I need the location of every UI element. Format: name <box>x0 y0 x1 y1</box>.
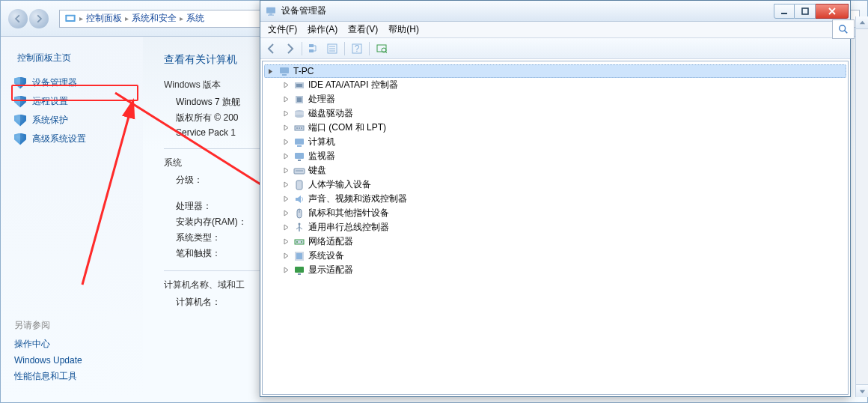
tree-node-label: 端口 (COM 和 LPT) <box>308 121 386 134</box>
expand-icon[interactable] <box>282 252 290 260</box>
expand-icon[interactable] <box>282 81 290 89</box>
expand-icon[interactable] <box>282 237 290 246</box>
svg-point-32 <box>301 127 302 129</box>
svg-rect-21 <box>282 74 287 76</box>
expand-icon[interactable] <box>282 195 290 203</box>
shield-icon <box>14 133 26 145</box>
svg-text:?: ? <box>355 43 360 54</box>
tree-node[interactable]: 通用串行总线控制器 <box>264 220 846 234</box>
device-tree[interactable]: T-PC IDE ATA/ATAPI 控制器处理器磁盘驱动器端口 (COM 和 … <box>262 61 849 395</box>
svg-line-54 <box>845 31 848 34</box>
maximize-button[interactable] <box>795 4 816 19</box>
menu-view[interactable]: 查看(V) <box>343 22 382 37</box>
search-icon <box>838 24 849 34</box>
menu-file[interactable]: 文件(F) <box>263 22 302 37</box>
svg-point-47 <box>296 241 298 243</box>
svg-rect-52 <box>298 273 301 275</box>
tree-node[interactable]: 人体学输入设备 <box>264 178 846 192</box>
expand-icon[interactable] <box>282 266 290 274</box>
toolbar: ? <box>260 38 850 59</box>
tree-node-label: 网络适配器 <box>308 235 353 248</box>
network-icon <box>293 236 305 248</box>
toolbar-forward-button[interactable] <box>281 40 298 57</box>
expand-icon[interactable] <box>282 95 290 103</box>
sidebar-item-advanced[interactable]: 高级系统设置 <box>1 130 143 148</box>
sidebar-item-protection[interactable]: 系统保护 <box>1 111 143 130</box>
tree-node[interactable]: 端口 (COM 和 LPT) <box>264 121 846 135</box>
tree-node-label: IDE ATA/ATAPI 控制器 <box>308 79 398 91</box>
mouse-icon <box>293 207 305 219</box>
list-icon <box>326 43 338 55</box>
toolbar-show-hidden-button[interactable] <box>306 40 323 57</box>
tree-node[interactable]: 显示适配器 <box>264 263 846 277</box>
sidebar-item-label: 系统保护 <box>32 114 68 127</box>
see-also-link[interactable]: 操作中心 <box>14 338 82 351</box>
tree-node[interactable]: 监视器 <box>264 149 846 163</box>
device-manager-icon <box>265 5 277 17</box>
see-also-link[interactable]: Windows Update <box>14 355 82 366</box>
breadcrumb[interactable]: 系统和安全 <box>132 12 177 25</box>
arrow-right-icon <box>284 43 296 55</box>
svg-rect-5 <box>269 13 272 14</box>
toolbar-properties-button[interactable] <box>324 40 340 57</box>
sidebar-item-label: 高级系统设置 <box>32 133 86 145</box>
tree-node[interactable]: 声音、视频和游戏控制器 <box>264 192 846 206</box>
expand-icon[interactable] <box>282 124 290 132</box>
tree-node[interactable]: 磁盘驱动器 <box>264 106 846 121</box>
collapse-icon[interactable] <box>267 67 275 76</box>
back-button[interactable] <box>8 9 28 28</box>
tree-node[interactable]: 鼠标和其他指针设备 <box>264 206 846 220</box>
title-bar[interactable]: 设备管理器 <box>260 1 850 22</box>
menu-help[interactable]: 帮助(H) <box>384 22 424 37</box>
display-icon <box>293 264 305 276</box>
minimize-button[interactable] <box>774 4 795 19</box>
sound-icon <box>293 193 305 205</box>
monitor-icon <box>293 151 305 163</box>
scroll-up-button[interactable] <box>856 16 868 29</box>
tree-node[interactable]: 计算机 <box>264 135 846 149</box>
window-title: 设备管理器 <box>281 4 326 17</box>
expand-icon[interactable] <box>282 181 290 189</box>
see-also-title: 另请参阅 <box>14 319 82 332</box>
tree-node[interactable]: 处理器 <box>264 92 846 106</box>
tree-node[interactable]: 系统设备 <box>264 249 846 263</box>
tree-node-label: 监视器 <box>308 150 335 163</box>
expand-icon[interactable] <box>282 152 290 160</box>
tree-node-label: 通用串行总线控制器 <box>308 221 389 234</box>
forward-button[interactable] <box>29 9 49 28</box>
tree-node[interactable]: 键盘 <box>264 163 846 178</box>
menu-action[interactable]: 操作(A) <box>303 22 342 37</box>
toolbar-scan-button[interactable] <box>373 40 390 57</box>
svg-line-19 <box>385 52 387 53</box>
toolbar-separator <box>369 42 370 55</box>
close-button[interactable] <box>816 4 849 19</box>
expand-icon[interactable] <box>282 109 290 118</box>
computer-icon <box>293 136 305 148</box>
tree-node-label: 人体学输入设备 <box>308 178 371 191</box>
maximize-icon <box>801 7 809 15</box>
expand-icon[interactable] <box>282 223 290 231</box>
search-button[interactable] <box>832 19 855 39</box>
expand-icon[interactable] <box>282 166 290 175</box>
tree-node[interactable]: 网络适配器 <box>264 234 846 249</box>
chevron-right-icon: ▸ <box>79 14 83 22</box>
toolbar-help-button[interactable]: ? <box>349 40 365 57</box>
tree-root[interactable]: T-PC <box>264 64 846 78</box>
scrollbar[interactable] <box>855 16 868 397</box>
expand-icon[interactable] <box>282 138 290 146</box>
svg-rect-20 <box>280 67 289 73</box>
tree-node-label: 声音、视频和游戏控制器 <box>308 193 407 205</box>
tree-node-label: 系统设备 <box>308 249 344 262</box>
svg-rect-46 <box>295 240 304 244</box>
svg-rect-25 <box>297 97 302 102</box>
expand-icon[interactable] <box>282 209 290 217</box>
breadcrumb[interactable]: 系统 <box>186 12 204 25</box>
port-icon <box>293 122 305 134</box>
breadcrumb[interactable]: 控制面板 <box>86 12 122 25</box>
tree-node[interactable]: IDE ATA/ATAPI 控制器 <box>264 78 846 92</box>
scroll-down-button[interactable] <box>856 384 868 397</box>
toolbar-back-button[interactable] <box>263 40 280 57</box>
computer-icon <box>278 65 290 77</box>
toolbar-separator <box>344 42 345 55</box>
see-also-link[interactable]: 性能信息和工具 <box>14 370 82 383</box>
